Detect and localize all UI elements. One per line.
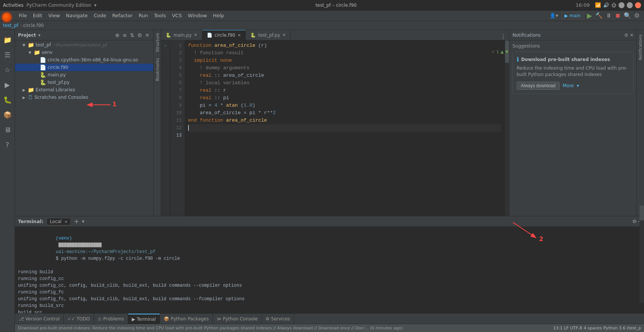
bookmarks-tab[interactable]: Bookmarks <box>154 55 161 84</box>
check-up-icon[interactable]: ▲ <box>501 49 504 54</box>
terminal-add-button[interactable]: + <box>74 218 79 225</box>
tab-f90-close[interactable]: ✕ <box>238 33 241 38</box>
f90-file-icon: 📄 <box>40 64 46 70</box>
menu-window[interactable]: Window <box>185 12 210 19</box>
tab-testpy-close[interactable]: ✕ <box>282 33 286 37</box>
terminal-scrollbar[interactable] <box>640 205 644 303</box>
terminal-dropdown-button[interactable]: ▾ <box>82 219 85 224</box>
menu-refactor[interactable]: Refactor <box>109 12 136 19</box>
python-version[interactable]: Python 3.6 (test_p <box>603 326 641 331</box>
left-icon-sidebar: 📁 ☰ ☆ ▶ 🐛 📦 🖥 ? <box>0 30 15 332</box>
code-content-area[interactable]: function area_of_circle (r) ! function r… <box>185 40 505 216</box>
tab-circle-f90[interactable]: 📄 circle.f90 ✕ <box>202 30 246 40</box>
tree-item-root[interactable]: ▼ 📁 test_pf ~/PycharmProjects/test_pf <box>15 41 153 49</box>
locate-file-button[interactable]: ⊕ <box>115 31 121 39</box>
terminal-local-close[interactable]: ✕ <box>64 220 67 224</box>
help-sidebar-button[interactable]: ? <box>1 138 14 151</box>
tree-item-scratches[interactable]: ▶ 🗒 Scratches and Consoles <box>15 94 153 101</box>
notifications-side-tab[interactable]: Notifications <box>637 30 644 65</box>
pycharm-sidebar-button[interactable]: 🖥 <box>1 123 14 136</box>
notifications-settings-button[interactable]: ⚙ <box>624 33 628 38</box>
version-control-tab[interactable]: ⎇ Version Control <box>15 314 64 324</box>
settings-panel-button[interactable]: ⚙ <box>137 31 143 39</box>
indent[interactable]: 4 spaces <box>584 326 602 331</box>
close-button[interactable] <box>635 2 641 8</box>
run-sidebar-button[interactable]: ▶ <box>1 78 14 91</box>
firefox-icon[interactable] <box>0 10 13 24</box>
debug-button[interactable]: ⏸ <box>606 12 612 19</box>
scratches-icon: 🗒 <box>28 94 33 100</box>
terminal-content[interactable]: (venv) ████████████████ ual-machine:~/Py… <box>15 227 644 313</box>
root-path: ~/PycharmProjects/test_pf <box>52 43 107 48</box>
project-sidebar-button[interactable]: 📁 <box>1 33 14 46</box>
maximize-button[interactable] <box>627 2 633 8</box>
tree-item-venv[interactable]: ▼ 📁 venv <box>15 49 153 56</box>
menu-run[interactable]: Run <box>136 12 151 19</box>
search-everywhere-button[interactable]: 🔍 <box>624 12 631 19</box>
menu-code[interactable]: Code <box>91 12 109 19</box>
todo-tab[interactable]: ✓✓ TODO <box>64 314 94 324</box>
extlib-arrow-icon: ▶ <box>22 88 28 92</box>
minimize-button[interactable] <box>619 2 625 8</box>
packages-sidebar-button[interactable]: 📦 <box>1 108 14 121</box>
commit-sidebar-button[interactable]: ☰ <box>1 48 14 61</box>
menu-help[interactable]: Help <box>210 12 227 19</box>
more-dropdown-icon[interactable]: ▾ <box>577 83 579 88</box>
tree-item-external-libraries[interactable]: ▶ 📁 External Libraries <box>15 86 153 94</box>
check-down-icon[interactable]: ▼ <box>505 49 508 54</box>
menu-tools[interactable]: Tools <box>151 12 169 19</box>
stop-button[interactable]: ⏹ <box>615 12 621 19</box>
services-tab[interactable]: ⚙ Services <box>262 314 294 324</box>
python-console-tab[interactable]: ≫ Python Console <box>213 314 262 324</box>
settings-button[interactable]: ⚙ <box>634 12 640 19</box>
run-button[interactable]: ▶ <box>587 12 592 19</box>
favorites-sidebar-button[interactable]: ☆ <box>1 63 14 76</box>
build-button[interactable]: 🔨 <box>595 12 603 19</box>
panel-dropdown-icon[interactable]: ▾ <box>38 33 40 38</box>
python-packages-tab[interactable]: 📦 Python Packages <box>160 314 213 324</box>
encoding[interactable]: UTF-8 <box>570 326 582 331</box>
line-separator[interactable]: LF <box>564 326 568 331</box>
breadcrumb-file[interactable]: circle.f90 <box>23 23 44 28</box>
tree-item-circle-so[interactable]: 📄 circle.cpython-36m-x86_64-linux-gnu.so <box>15 56 153 64</box>
terminal-settings-button[interactable]: ⚙ <box>632 219 637 224</box>
tree-item-main-py[interactable]: 🐍 main.py <box>15 71 153 79</box>
always-download-button[interactable]: Always download <box>517 82 560 90</box>
tree-item-test-pf-py[interactable]: 🐍 test_pf.py <box>15 79 153 86</box>
notifications-body: Suggestions ℹ Download pre-built shared … <box>510 40 637 216</box>
close-panel-button[interactable]: ✕ <box>144 31 150 39</box>
debug-sidebar-button[interactable]: 🐛 <box>1 93 14 106</box>
cursor-position[interactable]: 13:1 <box>553 326 563 331</box>
vc-icon: ⎇ <box>19 316 24 322</box>
editor-tab-menu-button[interactable]: ⋮ <box>500 33 506 40</box>
collapse-all-button[interactable]: ≡ <box>122 31 128 39</box>
menu-view[interactable]: View <box>45 12 63 19</box>
run-config-button[interactable]: ▶ main <box>561 12 584 19</box>
dropdown-arrow-icon[interactable]: ▾ <box>94 3 96 8</box>
tree-item-circle-f90[interactable]: 📄 circle.f90 <box>15 64 153 71</box>
terminal-tab-button[interactable]: ▶ Terminal <box>128 314 160 324</box>
terminal-line-6: running build_src <box>18 302 641 309</box>
menu-vcs[interactable]: VCS <box>169 12 185 19</box>
terminal-scroll-thumb[interactable] <box>640 205 644 220</box>
tab-test-pf-py[interactable]: 🐍 test_pf.py ✕ <box>246 30 291 40</box>
menu-edit[interactable]: Edit <box>30 12 45 19</box>
tab-mainpy-close[interactable]: ✕ <box>194 33 197 37</box>
menu-navigate[interactable]: Navigate <box>63 12 91 19</box>
menu-file[interactable]: File <box>16 12 30 19</box>
sound-icon: 🔊 <box>603 2 609 8</box>
problems-tab[interactable]: ⚠ Problems <box>94 314 128 324</box>
activities-label[interactable]: Activities <box>3 3 24 8</box>
user-icon[interactable]: 👤▾ <box>550 13 558 18</box>
terminal-local-tab[interactable]: Local ✕ <box>46 218 71 225</box>
todo-icon: ✓✓ <box>67 316 75 322</box>
more-button[interactable]: More <box>563 83 574 88</box>
editor-area: 🐍 main.py ✕ 📄 circle.f90 ✕ 🐍 test_pf.py <box>161 30 509 216</box>
tab-main-py[interactable]: 🐍 main.py ✕ <box>161 30 202 40</box>
structure-tab[interactable]: Structure <box>154 30 161 55</box>
expand-all-button[interactable]: ⇅ <box>129 31 135 39</box>
terminal-local-label: Local <box>50 219 61 224</box>
notifications-close-button[interactable]: ✕ <box>630 33 634 38</box>
code-line-2: ! function result <box>188 49 502 57</box>
editor-scrollbar[interactable] <box>505 40 509 216</box>
